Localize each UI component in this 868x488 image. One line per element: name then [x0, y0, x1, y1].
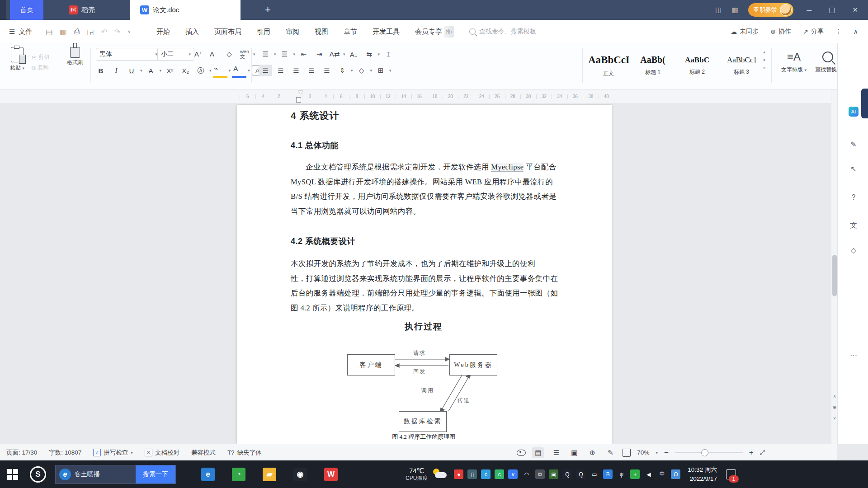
taskbar-clock[interactable]: 10:32 周六 2022/9/17	[688, 465, 717, 483]
zoom-slider-knob[interactable]	[701, 449, 708, 456]
export-icon[interactable]: ▥	[60, 28, 67, 36]
next-page-button[interactable]: ∨	[831, 413, 838, 422]
print-preview-icon[interactable]: ◲	[87, 28, 94, 36]
font-size-select[interactable]: 小二▾	[157, 48, 194, 61]
share-button[interactable]: ↗ 分享	[803, 28, 824, 36]
distribute-button[interactable]: ☰	[320, 65, 334, 76]
taskbar-search-button[interactable]: 搜索一下	[136, 465, 175, 483]
increase-indent-button[interactable]: ⇥	[312, 48, 326, 60]
text-layout-button[interactable]: ≡A 文字排版 ▾	[775, 48, 813, 74]
copy-button[interactable]: ⧉ 复制	[32, 64, 61, 71]
font-name-select[interactable]: 黑体▾	[96, 48, 161, 61]
pinyin-guide-button[interactable]: wén文	[238, 48, 251, 60]
ribbon-tab[interactable]: 章节	[336, 25, 365, 39]
ribbon-tab[interactable]: 页面布局	[207, 25, 249, 39]
panel-ellipsis-icon[interactable]: ⋯	[849, 350, 859, 360]
styles-down-icon[interactable]: ▾	[763, 58, 765, 62]
subscript-button[interactable]: X₂	[179, 65, 192, 76]
spell-check-toggle[interactable]: ✓ 拼写检查 ▾	[93, 449, 133, 457]
tray-icon[interactable]: Q	[562, 469, 572, 479]
char-shading-button[interactable]: Ⓐ	[194, 65, 208, 76]
font-color-button[interactable]: A	[232, 65, 246, 76]
clear-format-button[interactable]: ◇	[222, 48, 236, 60]
line-spacing-button[interactable]: ⇕	[335, 65, 349, 76]
missing-font-warning[interactable]: T? 缺失字体	[227, 449, 262, 457]
compatibility-mode[interactable]: 兼容模式	[191, 449, 216, 457]
proofing-toggle[interactable]: ✕ 文档校对	[145, 449, 179, 457]
sort-button[interactable]: A↓	[347, 48, 361, 60]
notification-center-button[interactable]: 1	[723, 465, 739, 483]
ribbon-tab[interactable]: 开发工具	[365, 25, 407, 39]
decrease-font-button[interactable]: A⁻	[207, 48, 221, 60]
ribbon-tab[interactable]: 视图	[307, 25, 336, 39]
taskbar-app-icon[interactable]: ◔	[232, 468, 245, 481]
tray-icon[interactable]: ●	[454, 469, 463, 479]
tray-icon[interactable]: ⧉	[535, 469, 545, 479]
tray-icon[interactable]: ψ	[617, 469, 626, 479]
redo-icon[interactable]: ↷	[114, 28, 120, 36]
page-indicator[interactable]: 页面: 17/30	[6, 449, 37, 457]
scrollbar-thumb[interactable]	[832, 255, 837, 296]
underline-button[interactable]: U	[125, 65, 138, 76]
tray-icon[interactable]: Q	[576, 469, 585, 479]
zoom-level[interactable]: 70%	[637, 449, 649, 456]
first-line-indent-marker[interactable]	[298, 91, 303, 94]
tray-icon[interactable]: c	[481, 469, 491, 479]
tray-icon[interactable]: ▯	[467, 469, 477, 479]
tray-icon[interactable]: ◠	[522, 469, 531, 479]
select-browse-object-button[interactable]: ◉	[831, 403, 838, 412]
left-indent-marker[interactable]	[296, 97, 301, 103]
ribbon-tab[interactable]: 会员专享	[407, 25, 444, 39]
paste-button[interactable]: 粘贴 ▾	[6, 47, 28, 72]
tray-icon[interactable]: O	[671, 469, 680, 479]
document-canvas[interactable]: 4 系统设计 4.1 总体功能 企业文档管理系统是根据需求定制开发，开发软件选用…	[0, 104, 831, 444]
taskbar-app-icon[interactable]: W	[324, 468, 338, 481]
style-item[interactable]: AaBb( 标题 1	[631, 46, 675, 85]
pen-icon[interactable]: ✎	[849, 139, 859, 149]
collaborate-button[interactable]: ⊕ 协作	[770, 28, 791, 36]
tab-document-active[interactable]: W 论文.doc	[130, 0, 241, 20]
quick-access-more-icon[interactable]: ∨	[127, 29, 131, 34]
command-search[interactable]: 查找命令、搜索模板	[469, 28, 536, 36]
ink-view-button[interactable]: ✎	[604, 447, 616, 458]
tray-icon[interactable]: +	[630, 469, 640, 479]
shading-button[interactable]: ◇	[355, 65, 368, 76]
workspace-grid-icon[interactable]: ▦	[731, 6, 738, 14]
ribbon-tab-overflow[interactable]: 推›	[444, 26, 454, 38]
more-menu-icon[interactable]: ⋮	[835, 28, 842, 35]
maximize-button[interactable]: ▢	[825, 6, 839, 14]
print-icon[interactable]: ⎙	[74, 28, 80, 36]
style-item[interactable]: AaBbCc] 标题 3	[720, 46, 763, 85]
cpu-temperature-widget[interactable]: 74℃ CPU温度	[406, 467, 428, 481]
ribbon-tab[interactable]: 审阅	[278, 25, 307, 39]
format-painter-button[interactable]: 格式刷	[63, 47, 87, 66]
start-button[interactable]	[7, 469, 18, 480]
fit-page-icon[interactable]	[623, 449, 631, 457]
highlight-color-button[interactable]: ⌁	[213, 65, 227, 76]
horizontal-ruler[interactable]: 642246810121416182022242628303234363840	[0, 90, 837, 104]
align-center-button[interactable]: ☰	[274, 65, 288, 76]
style-item[interactable]: AaBbC 标题 2	[675, 46, 719, 85]
page-view-button[interactable]: ▤	[532, 447, 544, 458]
tray-icon[interactable]: ∨	[508, 469, 518, 479]
file-menu-button[interactable]: ☰ 文件	[0, 28, 39, 36]
italic-button[interactable]: I	[109, 65, 123, 76]
tray-icon[interactable]: ◀	[644, 469, 653, 479]
read-view-button[interactable]: ▣	[568, 447, 580, 458]
style-item[interactable]: AaBbCcD 正文	[587, 46, 630, 85]
stamp-icon[interactable]: ◇	[849, 245, 859, 255]
tray-icon[interactable]: B	[603, 469, 613, 479]
ai-assistant-icon[interactable]: AI	[849, 107, 859, 117]
numbered-list-button[interactable]: ☰	[278, 48, 292, 60]
outline-view-button[interactable]: ☰	[550, 447, 562, 458]
strikethrough-button[interactable]: A	[144, 65, 158, 76]
decrease-indent-button[interactable]: ⇤	[297, 48, 311, 60]
select-tool-icon[interactable]: ↖	[849, 164, 859, 174]
taskbar-app-icon[interactable]: ◉	[293, 468, 307, 481]
taskbar-app-icon[interactable]: e	[201, 468, 215, 481]
weather-icon[interactable]	[432, 469, 448, 480]
close-button[interactable]: ✕	[849, 6, 862, 14]
styles-up-icon[interactable]: ▴	[763, 50, 765, 54]
previous-page-button[interactable]: ∧	[831, 392, 838, 401]
collapsed-side-tab[interactable]	[861, 89, 868, 118]
